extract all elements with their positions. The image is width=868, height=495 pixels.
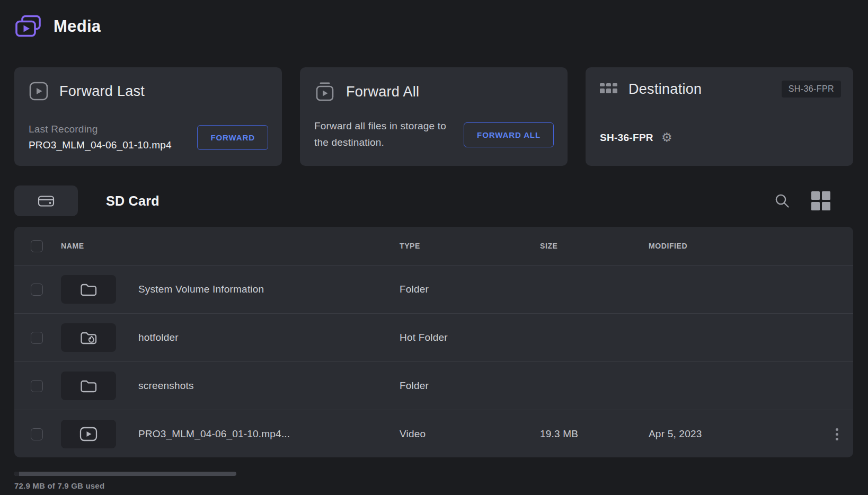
storage-bar: SD Card bbox=[14, 185, 853, 216]
column-header-type: TYPE bbox=[400, 242, 540, 250]
video-icon bbox=[79, 427, 98, 441]
search-icon[interactable] bbox=[774, 193, 790, 209]
table-row[interactable]: screenshots Folder bbox=[14, 361, 853, 410]
row-type: Folder bbox=[400, 284, 540, 295]
forward-last-title: Forward Last bbox=[59, 83, 145, 100]
forward-last-icon bbox=[29, 81, 49, 101]
horizontal-scrollbar[interactable] bbox=[14, 472, 236, 476]
column-header-modified: MODIFIED bbox=[649, 242, 820, 250]
table-row[interactable]: System Volume Information Folder bbox=[14, 265, 853, 313]
row-type: Folder bbox=[400, 380, 540, 392]
row-name: screenshots bbox=[138, 380, 194, 392]
select-all-checkbox[interactable] bbox=[31, 240, 43, 252]
last-recording-filename: PRO3_MLM_04-06_01-10.mp4 bbox=[29, 139, 172, 151]
row-thumbnail bbox=[61, 420, 116, 448]
sd-card-button[interactable] bbox=[14, 185, 78, 216]
last-recording-label: Last Recording bbox=[29, 123, 172, 135]
table-header: NAME TYPE SIZE MODIFIED bbox=[14, 227, 853, 265]
forward-all-card: Forward All Forward all files in storage… bbox=[300, 67, 568, 166]
storage-title: SD Card bbox=[106, 193, 160, 209]
row-checkbox[interactable] bbox=[31, 284, 43, 296]
row-checkbox[interactable] bbox=[31, 428, 43, 440]
cards-row: Forward Last Last Recording PRO3_MLM_04-… bbox=[14, 67, 853, 166]
row-name: System Volume Information bbox=[138, 284, 264, 295]
destination-value: SH-36-FPR bbox=[600, 132, 653, 144]
destination-grid-icon bbox=[600, 83, 618, 96]
app-header: Media bbox=[14, 14, 101, 39]
file-table: NAME TYPE SIZE MODIFIED System Volume In… bbox=[14, 227, 853, 457]
destination-title: Destination bbox=[628, 81, 702, 98]
row-type: Video bbox=[400, 428, 540, 440]
folder-icon bbox=[80, 282, 97, 296]
row-thumbnail bbox=[61, 275, 116, 304]
destination-card: Destination SH-36-FPR SH-36-FPR ⚙ bbox=[586, 67, 853, 166]
table-body: System Volume Information Folder hotfold… bbox=[14, 265, 853, 457]
forward-all-button[interactable]: FORWARD ALL bbox=[464, 122, 554, 147]
row-size: 19.3 MB bbox=[540, 428, 649, 440]
forward-all-title: Forward All bbox=[346, 84, 419, 100]
table-row[interactable]: PRO3_MLM_04-06_01-10.mp4... Video 19.3 M… bbox=[14, 410, 853, 457]
folder-icon bbox=[80, 379, 97, 393]
row-modified: Apr 5, 2023 bbox=[649, 428, 820, 440]
sd-card-icon bbox=[38, 195, 55, 208]
row-checkbox[interactable] bbox=[31, 332, 43, 344]
forward-all-icon bbox=[314, 81, 335, 102]
table-row[interactable]: hotfolder Hot Folder bbox=[14, 313, 853, 361]
grid-view-icon[interactable] bbox=[811, 191, 830, 210]
row-thumbnail bbox=[61, 372, 116, 400]
forward-button[interactable]: FORWARD bbox=[197, 125, 268, 150]
row-checkbox[interactable] bbox=[31, 380, 43, 392]
row-name: PRO3_MLM_04-06_01-10.mp4... bbox=[138, 428, 290, 440]
page-title: Media bbox=[54, 17, 101, 36]
gear-icon[interactable]: ⚙ bbox=[661, 131, 672, 144]
media-logo-icon bbox=[14, 14, 42, 39]
row-name: hotfolder bbox=[138, 332, 179, 343]
hot-folder-icon bbox=[80, 331, 97, 345]
storage-usage-text: 72.9 MB of 7.9 GB used bbox=[14, 481, 104, 490]
column-header-size: SIZE bbox=[540, 242, 649, 250]
column-header-name: NAME bbox=[61, 242, 400, 250]
row-type: Hot Folder bbox=[400, 332, 540, 343]
forward-all-description: Forward all files in storage to the dest… bbox=[314, 118, 462, 151]
row-thumbnail bbox=[61, 323, 116, 352]
forward-last-card: Forward Last Last Recording PRO3_MLM_04-… bbox=[14, 67, 282, 166]
destination-badge: SH-36-FPR bbox=[782, 81, 841, 98]
kebab-menu-icon[interactable] bbox=[832, 425, 842, 444]
